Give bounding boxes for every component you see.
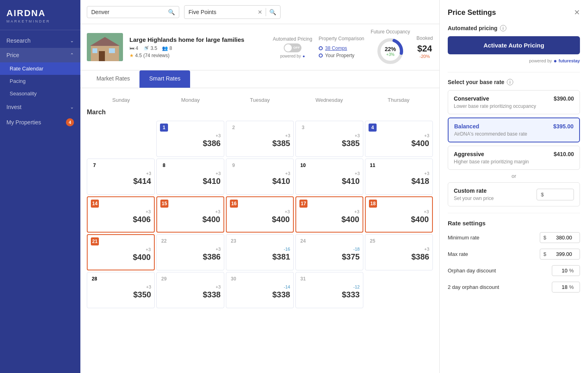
sidebar-item-price[interactable]: Price ⌃	[0, 48, 80, 62]
table-row[interactable]: 16+3$400	[226, 196, 294, 233]
min-rate-input[interactable]	[548, 235, 572, 241]
table-row[interactable]: 21+3$400	[87, 234, 155, 270]
cell-day: 1	[160, 124, 168, 132]
activate-auto-pricing-button[interactable]: Activate Auto Pricing	[448, 36, 580, 54]
your-property-label: Your Property	[325, 53, 354, 58]
sidebar-logo: AIRDNA MARKETMINDER	[0, 0, 80, 30]
top-bar: 🔍 ✕ 🔍	[80, 0, 439, 24]
table-row[interactable]: 15+3$400	[156, 196, 224, 233]
tab-smart-rates[interactable]: Smart Rates	[139, 70, 190, 88]
table-row[interactable]: 11+3$418	[365, 159, 433, 195]
table-row[interactable]: 17+3$400	[295, 196, 363, 233]
search-input-neighborhood[interactable]	[188, 9, 254, 15]
cell-price: $350	[90, 290, 151, 299]
cell-day: 15	[160, 200, 168, 208]
cell-day: 14	[91, 200, 99, 208]
cell-change: -16	[229, 247, 290, 251]
cell-day: 4	[369, 124, 377, 132]
sidebar-item-my-properties[interactable]: My Properties 4	[0, 114, 80, 130]
table-row[interactable]: 7+3$414	[87, 159, 155, 195]
table-row[interactable]: 8+3$410	[156, 159, 224, 195]
powered-by-label: powered by ●	[280, 54, 305, 58]
table-row[interactable]: 9+3$410	[226, 159, 294, 195]
table-row[interactable]: 4+3$400	[365, 121, 433, 157]
automated-pricing-label: Automated Pricing	[273, 36, 312, 42]
sidebar-item-pacing[interactable]: Pacing	[0, 75, 80, 87]
cell-day: 2	[229, 124, 238, 132]
occupancy-change: +3%	[385, 52, 396, 57]
table-row[interactable]: 14+3$406	[87, 196, 155, 233]
conservative-desc: Lower base rate prioritizing occupancy	[454, 103, 574, 109]
cell-change: +3	[230, 209, 290, 214]
cell-price: $400	[369, 139, 429, 148]
star-icon: ★	[129, 53, 134, 58]
search-box-denver[interactable]: 🔍	[87, 6, 179, 18]
chevron-down-icon: ⌄	[70, 38, 74, 43]
table-row[interactable]: 30-14$338	[226, 272, 294, 308]
aggressive-price: $410.00	[553, 151, 574, 157]
table-row[interactable]: 29+3$338	[156, 272, 224, 308]
price-settings-panel: Price Settings ✕ Automated pricing i Act…	[439, 0, 588, 373]
search-box-neighborhood[interactable]: ✕ 🔍	[184, 5, 281, 19]
clear-search-icon[interactable]: ✕	[258, 9, 262, 15]
cell-change: +3	[91, 247, 151, 252]
cal-cell-empty	[365, 272, 433, 308]
sidebar-item-pacing-label: Pacing	[10, 78, 26, 84]
day-header-wednesday: Wednesday	[295, 95, 364, 105]
table-row[interactable]: 18+3$400	[365, 196, 433, 233]
property-info: Large Highlands home for large families …	[129, 36, 266, 58]
custom-rate-input[interactable]	[545, 192, 570, 198]
rate-option-conservative[interactable]: Conservative $390.00 Lower base rate pri…	[448, 90, 580, 114]
table-row[interactable]: 22+3$386	[156, 234, 224, 270]
cell-price: $410	[160, 177, 221, 186]
rate-option-aggressive[interactable]: Aggressive $410.00 Higher base rate prio…	[448, 146, 580, 170]
sidebar-item-rate-calendar[interactable]: Rate Calendar	[0, 62, 80, 75]
table-row[interactable]: 3+3$385	[295, 121, 363, 157]
chevron-down-icon-invest: ⌄	[70, 104, 74, 110]
table-row[interactable]: 1+3$386	[156, 121, 224, 157]
table-row[interactable]: 23-16$381	[226, 234, 294, 270]
max-rate-input[interactable]	[548, 251, 572, 257]
sidebar-item-seasonality[interactable]: Seasonality	[0, 87, 80, 100]
your-comps-link[interactable]: 38 Comps	[325, 45, 347, 51]
cell-day: 31	[299, 275, 307, 283]
sidebar-item-my-properties-label: My Properties	[6, 119, 41, 126]
radio-property	[319, 54, 323, 58]
custom-rate-box: Custom rate Set your own price $	[448, 182, 580, 206]
sidebar-item-research[interactable]: Research ⌄	[0, 33, 80, 48]
cell-price: $400	[160, 215, 220, 224]
close-button[interactable]: ✕	[574, 8, 580, 17]
futurestay-logo-icon: ●	[553, 58, 557, 64]
min-rate-row: Minimum rate $	[448, 232, 580, 243]
cell-change: +3	[369, 247, 429, 251]
cell-price: $385	[299, 139, 360, 148]
sidebar-item-price-label: Price	[6, 52, 19, 58]
cell-price: $375	[299, 252, 360, 262]
two-day-orphan-input[interactable]	[555, 284, 568, 290]
max-rate-dollar: $	[543, 251, 546, 257]
table-row[interactable]: 28+3$350	[87, 272, 155, 308]
day-header-thursday: Thursday	[364, 95, 433, 105]
table-row[interactable]: 31-12$333	[295, 272, 363, 308]
automated-pricing-toggle[interactable]	[284, 43, 301, 52]
table-row[interactable]: 10+3$410	[295, 159, 363, 195]
search-input-city[interactable]	[91, 9, 165, 15]
cell-change: +3	[91, 209, 151, 214]
calendar-wrapper: Sunday Monday Tuesday Wednesday Thursday…	[80, 88, 439, 373]
two-day-orphan-row: 2 day orphan discount %	[448, 282, 580, 293]
panel-header: Price Settings ✕	[448, 8, 580, 17]
cell-day: 25	[369, 237, 377, 245]
rate-option-balanced[interactable]: Balanced $395.00 AirDNA's recommended ba…	[448, 117, 580, 142]
tab-market-rates[interactable]: Market Rates	[87, 70, 139, 88]
custom-rate-header: Custom rate Set your own price $	[454, 188, 574, 201]
info-icon-base-rate: i	[507, 79, 513, 85]
table-row[interactable]: 24-18$375	[295, 234, 363, 270]
conservative-price: $390.00	[553, 95, 574, 102]
max-rate-row: Max rate $	[448, 249, 580, 260]
table-row[interactable]: 2+3$385	[226, 121, 294, 157]
orphan-discount-input[interactable]	[555, 268, 568, 274]
property-rating: ★ 4.5 (74 reviews)	[129, 53, 266, 58]
table-row[interactable]: 25+3$386	[365, 234, 433, 270]
sidebar-item-invest[interactable]: Invest ⌄	[0, 100, 80, 114]
cell-price: $386	[369, 252, 429, 262]
